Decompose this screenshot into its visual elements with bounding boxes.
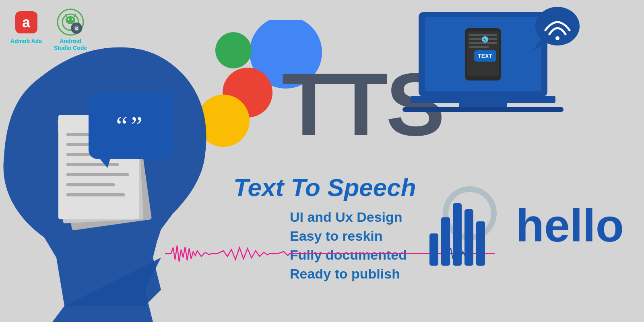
quote-marks: “” <box>116 113 146 139</box>
svg-rect-40 <box>459 102 507 107</box>
svg-rect-34 <box>469 46 489 48</box>
svg-rect-25 <box>66 193 125 196</box>
hello-section: hello <box>429 185 624 266</box>
quote-bubble: “” <box>89 93 173 159</box>
hello-text: hello <box>516 202 624 249</box>
svg-rect-23 <box>66 173 129 176</box>
laptop-illustration: TEXT 🔊 <box>402 8 572 133</box>
tts-subtitle: Text To Speech <box>233 173 416 202</box>
speech-bubble-signal <box>531 4 584 52</box>
svg-rect-39 <box>411 96 555 103</box>
svg-rect-22 <box>66 163 119 166</box>
svg-rect-33 <box>469 42 497 44</box>
svg-rect-31 <box>469 34 497 36</box>
svg-rect-24 <box>66 183 115 186</box>
svg-point-43 <box>555 36 559 40</box>
svg-rect-41 <box>402 107 564 112</box>
feature-ui-ux: UI and Ux Design <box>290 209 407 225</box>
svg-text:TEXT: TEXT <box>478 53 492 59</box>
svg-text:🔊: 🔊 <box>482 37 488 43</box>
feature-publish: Ready to publish <box>290 266 407 282</box>
